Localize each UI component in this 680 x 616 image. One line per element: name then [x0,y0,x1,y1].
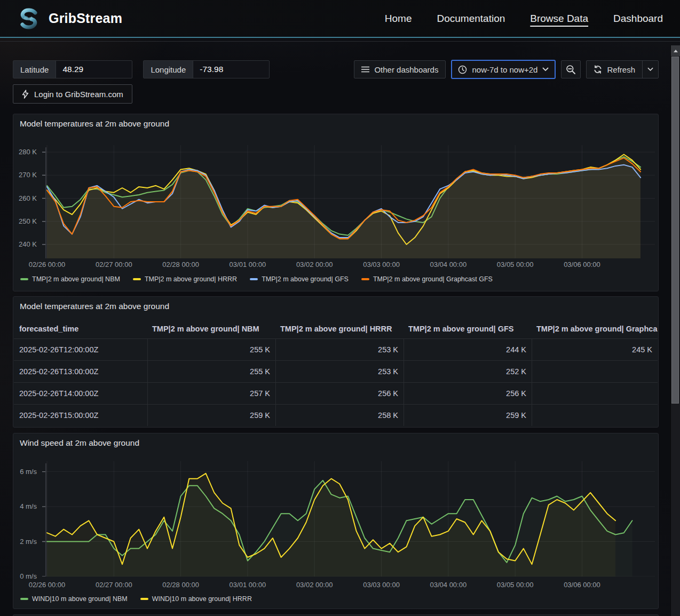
temp-legend: TMP|2 m above ground| NBM TMP|2 m above … [20,274,493,285]
top-navbar: GribStream Home Documentation Browse Dat… [0,0,680,38]
nav-link-documentation[interactable]: Documentation [437,13,505,25]
col-header-nbm[interactable]: TMP|2 m above ground| NBM [147,319,275,338]
col-header-graphcast[interactable]: TMP|2 m above ground| Graphcast GFS [532,319,658,338]
clock-icon [458,65,467,74]
toolbar: Latitude Longitude Other dashboards n [13,60,659,78]
cell-nbm: 257 K [147,383,275,404]
legend-label: TMP|2 m above ground| NBM [32,275,120,283]
wind-panel-title[interactable]: Wind speed at 2m above ground [20,438,139,448]
cell-graphcast: 245 K [532,339,658,360]
cell-gfs: 256 K [404,383,532,404]
wind-y-axis: 6 m/s4 m/s2 m/s0 m/s [13,461,39,576]
x-axis-tick-label: 02/26 00:00 [29,260,66,268]
cell-graphcast [532,405,658,426]
cell-nbm: 259 K [147,405,275,426]
legend-item-wind-hrrr[interactable]: WIND|10 m above ground| HRRR [140,595,252,603]
cell-time: 2025-02-26T13:00:00Z [14,361,147,382]
cell-hrrr: 258 K [275,405,404,426]
other-dashboards-button[interactable]: Other dashboards [354,60,446,78]
series-swatch-green [20,278,28,280]
scroll-up-arrow-icon [674,50,678,52]
nav-link-browse-data[interactable]: Browse Data [530,13,588,25]
longitude-label: Longitude [144,61,193,78]
x-axis-tick-label: 03/03 00:00 [363,581,400,589]
temp-panel-title[interactable]: Model temperatures at 2m above ground [20,119,169,129]
temp-y-axis: 280 K270 K260 K250 K240 K [13,145,39,258]
cell-hrrr: 256 K [275,383,404,404]
nav-link-dashboard[interactable]: Dashboard [613,13,663,25]
series-swatch-green [20,598,28,600]
table-row: 2025-02-26T15:00:00Z 259 K 258 K 259 K [14,404,658,426]
x-axis-tick-label: 03/01 00:00 [230,581,266,589]
x-axis-tick-label: 03/05 00:00 [497,581,534,589]
login-button[interactable]: Login to GribStream.com [13,84,132,104]
col-header-hrrr[interactable]: TMP|2 m above ground| HRRR [275,319,404,338]
x-axis-tick-label: 03/01 00:00 [230,260,266,268]
scrollbar-up-button[interactable] [671,45,680,56]
brand-title[interactable]: GribStream [49,11,122,26]
y-axis-tick-label: 0 m/s [20,572,37,580]
legend-label: TMP|2 m above ground| Graphcast GFS [373,275,493,283]
col-header-forecasted-time[interactable]: forecasted_time [14,319,147,338]
table-panel-title[interactable]: Model temperatures at 2m above ground [20,302,169,311]
y-axis-tick-label: 4 m/s [20,502,37,510]
latitude-input[interactable] [56,61,132,78]
x-axis-tick-label: 03/06 00:00 [564,581,600,589]
refresh-button-group: Refresh [586,60,659,78]
legend-label: TMP|2 m above ground| HRRR [145,275,237,283]
chevron-down-icon [647,67,653,72]
x-axis-tick-label: 03/02 00:00 [296,581,333,589]
legend-item-tmp-gfs[interactable]: TMP|2 m above ground| GFS [250,275,349,283]
wind-chart-canvas[interactable] [13,461,658,576]
wind-chart-panel: Wind speed at 2m above ground 6 m/s4 m/s… [13,433,659,609]
col-header-gfs[interactable]: TMP|2 m above ground| GFS [404,319,532,338]
y-axis-tick-label: 270 K [19,171,37,179]
dashboard-page: Latitude Longitude Other dashboards n [13,43,659,616]
table-row: 2025-02-26T12:00:00Z 255 K 253 K 244 K 2… [14,338,658,360]
page-scrollbar[interactable] [670,45,680,616]
scrollbar-thumb[interactable] [671,57,679,404]
cell-hrrr: 253 K [275,361,404,382]
y-axis-tick-label: 6 m/s [20,468,37,476]
legend-item-tmp-hrrr[interactable]: TMP|2 m above ground| HRRR [133,275,237,283]
lightning-bolt-icon [22,90,29,99]
legend-item-tmp-graphcast[interactable]: TMP|2 m above ground| Graphcast GFS [361,275,493,283]
cell-gfs: 244 K [404,339,532,360]
series-swatch-blue [250,278,258,280]
gribstream-logo-icon[interactable] [16,6,41,31]
y-axis-tick-label: 2 m/s [20,538,37,546]
x-axis-tick-label: 03/03 00:00 [363,260,400,268]
legend-item-wind-nbm[interactable]: WIND|10 m above ground| NBM [20,595,128,603]
temp-table: forecasted_time TMP|2 m above ground| NB… [14,319,658,426]
login-button-label: Login to GribStream.com [34,90,123,99]
latitude-field-group: Latitude [13,60,132,78]
legend-label: TMP|2 m above ground| GFS [262,275,349,283]
nav-divider [0,41,680,42]
x-axis-tick-label: 03/04 00:00 [430,260,467,268]
refresh-interval-dropdown[interactable] [642,61,658,78]
y-axis-tick-label: 250 K [19,217,37,225]
longitude-input[interactable] [193,61,269,78]
x-axis-tick-label: 02/27 00:00 [96,581,132,589]
cell-nbm: 255 K [147,361,275,382]
refresh-button[interactable]: Refresh [587,61,642,78]
chevron-down-icon [542,67,549,72]
legend-item-tmp-nbm[interactable]: TMP|2 m above ground| NBM [20,275,120,283]
cell-gfs: 259 K [404,405,532,426]
temp-table-panel: Model temperatures at 2m above ground fo… [13,296,659,428]
y-axis-tick-label: 260 K [19,194,37,202]
zoom-out-time-button[interactable] [561,60,581,78]
x-axis-tick-label: 02/28 00:00 [162,581,199,589]
login-row: Login to GribStream.com [13,84,659,104]
table-header-row: forecasted_time TMP|2 m above ground| NB… [14,319,658,338]
time-range-picker[interactable]: now-7d to now+2d [451,60,556,79]
cell-time: 2025-02-26T15:00:00Z [14,405,147,426]
nav-link-home[interactable]: Home [385,13,412,25]
x-axis-tick-label: 02/27 00:00 [96,260,132,268]
hamburger-menu-icon [361,66,369,73]
temp-chart-canvas[interactable] [13,145,658,258]
time-range-label: now-7d to now+2d [472,65,537,74]
y-axis-tick-label: 240 K [19,240,37,248]
cell-gfs: 252 K [404,361,532,382]
cell-time: 2025-02-26T14:00:00Z [14,383,147,404]
